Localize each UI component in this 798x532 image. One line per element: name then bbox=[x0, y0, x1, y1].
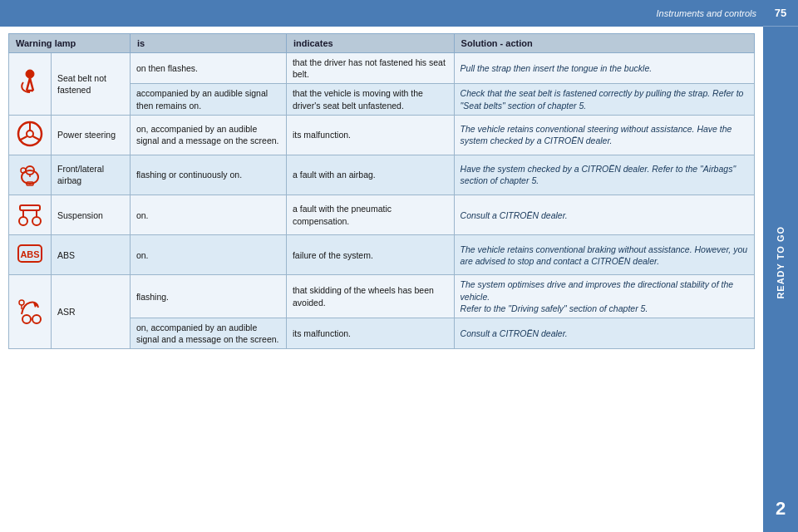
col-is: is bbox=[130, 34, 286, 53]
lamp-name: Suspension bbox=[52, 195, 131, 235]
solution-cell: The system optimises drive and improves … bbox=[454, 275, 754, 318]
icon-cell bbox=[9, 275, 52, 349]
is-cell: accompanied by an audible signal then re… bbox=[130, 84, 286, 115]
table-row: Suspensionon.a fault with the pneumatic … bbox=[9, 195, 755, 235]
table-row: ABSABSon.failure of the system.The vehic… bbox=[9, 235, 755, 275]
solution-cell: Pull the strap then insert the tongue in… bbox=[454, 53, 754, 84]
solution-cell: The vehicle retains conventional steerin… bbox=[454, 115, 754, 155]
lamp-name: ASR bbox=[52, 275, 131, 349]
is-cell: on, accompanied by an audible signal and… bbox=[130, 115, 286, 155]
col-solution: Solution - action bbox=[454, 34, 754, 53]
svg-line-2 bbox=[30, 78, 33, 91]
svg-point-0 bbox=[26, 70, 34, 78]
svg-text:ABS: ABS bbox=[20, 249, 39, 259]
svg-point-23 bbox=[19, 300, 24, 305]
solution-cell: Have the system checked by a CITROËN dea… bbox=[454, 155, 754, 195]
main-content: Warning lamp is indicates Solution - act… bbox=[0, 27, 763, 532]
is-cell: on. bbox=[130, 235, 286, 275]
lamp-name: Seat belt not fastened bbox=[52, 53, 131, 116]
is-cell: on, accompanied by an audible signal and… bbox=[130, 318, 286, 348]
icon-cell bbox=[9, 155, 52, 195]
solution-cell: The vehicle retains conventional braking… bbox=[454, 235, 754, 275]
right-sidebar: 75 READY TO GO 2 bbox=[763, 0, 798, 532]
icon-cell bbox=[9, 115, 52, 155]
indicates-cell: failure of the system. bbox=[286, 235, 454, 275]
page-number: 75 bbox=[763, 0, 798, 27]
svg-point-22 bbox=[32, 315, 41, 323]
lamp-name: ABS bbox=[52, 235, 131, 275]
indicates-cell: its malfunction. bbox=[286, 318, 454, 348]
is-cell: on. bbox=[130, 195, 286, 235]
svg-point-17 bbox=[19, 217, 27, 225]
is-cell: flashing. bbox=[130, 275, 286, 318]
table-row: Power steeringon, accompanied by an audi… bbox=[9, 115, 755, 155]
svg-point-5 bbox=[27, 131, 33, 137]
is-cell: flashing or continuously on. bbox=[130, 155, 286, 195]
solution-cell: Consult a CITROËN dealer. bbox=[454, 318, 754, 348]
lamp-name: Power steering bbox=[52, 115, 131, 155]
icon-cell bbox=[9, 53, 52, 116]
solution-cell: Check that the seat belt is fastened cor… bbox=[454, 84, 754, 115]
warning-table: Warning lamp is indicates Solution - act… bbox=[8, 33, 755, 349]
lamp-name: Front/lateral airbag bbox=[52, 155, 131, 195]
svg-rect-14 bbox=[20, 205, 40, 210]
indicates-cell: its malfunction. bbox=[286, 115, 454, 155]
svg-point-18 bbox=[32, 217, 41, 225]
indicates-cell: that the vehicle is moving with the driv… bbox=[286, 84, 454, 115]
sidebar-label: READY TO GO bbox=[776, 226, 786, 299]
table-header-row: Warning lamp is indicates Solution - act… bbox=[9, 34, 755, 53]
icon-cell bbox=[9, 195, 52, 235]
sidebar-chapter: 2 bbox=[776, 498, 786, 532]
is-cell: on then flashes. bbox=[130, 53, 286, 84]
col-indicates: indicates bbox=[286, 34, 454, 53]
icon-cell: ABS bbox=[9, 235, 52, 275]
indicates-cell: that skidding of the wheels has been avo… bbox=[286, 275, 454, 318]
indicates-cell: a fault with the pneumatic compensation. bbox=[286, 195, 454, 235]
svg-point-21 bbox=[22, 315, 31, 323]
solution-cell: Consult a CITROËN dealer. bbox=[454, 195, 754, 235]
table-row: Front/lateral airbagflashing or continuo… bbox=[9, 155, 755, 195]
table-row: ASRflashing.that skidding of the wheels … bbox=[9, 275, 755, 318]
col-warning-lamp: Warning lamp bbox=[9, 34, 131, 53]
sidebar-label-container: READY TO GO bbox=[776, 27, 786, 498]
table-row: Seat belt not fastenedon then flashes.th… bbox=[9, 53, 755, 84]
indicates-cell: a fault with an airbag. bbox=[286, 155, 454, 195]
indicates-cell: that the driver has not fastened his sea… bbox=[286, 53, 454, 84]
top-header: Instruments and controls bbox=[0, 0, 798, 27]
header-title: Instruments and controls bbox=[657, 8, 756, 18]
